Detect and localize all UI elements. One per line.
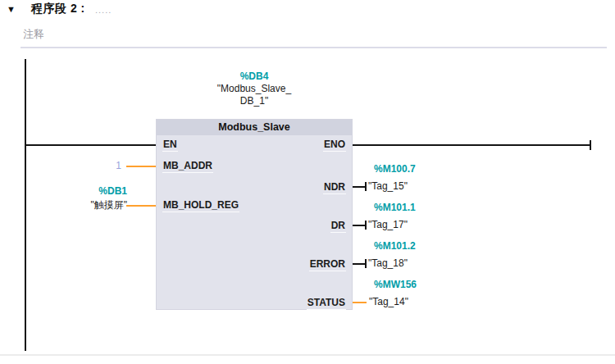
pin-dr[interactable]: DR bbox=[330, 221, 346, 233]
wire-mb-hold-reg bbox=[126, 205, 156, 207]
instance-db-name-line1: "Modbus_Slave_ bbox=[156, 83, 353, 95]
wire-error-terminator bbox=[365, 259, 367, 268]
comment-separator bbox=[20, 47, 607, 48]
instance-db-address[interactable]: %DB4 bbox=[156, 71, 353, 83]
operand-mb-hold-reg-name[interactable]: "触摸屏" bbox=[33, 198, 127, 212]
instance-db-name-line2: DB_1" bbox=[156, 95, 353, 107]
pin-mb-addr[interactable]: MB_ADDR bbox=[162, 161, 213, 173]
pin-ndr[interactable]: NDR bbox=[323, 182, 346, 194]
network-title-placeholder[interactable]: ..... bbox=[95, 5, 112, 15]
block-title[interactable]: Modbus_Slave bbox=[157, 120, 352, 135]
operand-ndr-tag[interactable]: "Tag_15" bbox=[368, 180, 408, 192]
pin-error[interactable]: ERROR bbox=[309, 259, 346, 271]
pin-status[interactable]: STATUS bbox=[307, 298, 346, 310]
instance-db-header[interactable]: %DB4 "Modbus_Slave_ DB_1" bbox=[156, 71, 353, 107]
operand-dr-tag[interactable]: "Tag_17" bbox=[368, 219, 408, 230]
wire-dr-terminator bbox=[365, 221, 367, 230]
wire-status bbox=[353, 302, 367, 303]
operand-error-address[interactable]: %M101.2 bbox=[374, 240, 416, 252]
operand-dr-address[interactable]: %M101.1 bbox=[374, 202, 416, 213]
network-bottom-separator bbox=[0, 354, 615, 356]
pin-eno[interactable]: ENO bbox=[323, 139, 346, 152]
operand-status-tag[interactable]: "Tag_14" bbox=[369, 296, 408, 307]
wire-dr bbox=[353, 225, 366, 226]
operand-ndr-address[interactable]: %M100.7 bbox=[374, 163, 416, 175]
wire-en bbox=[26, 144, 156, 146]
modbus-slave-block[interactable]: Modbus_Slave EN ENO MB_ADDR NDR MB_HOLD_… bbox=[156, 119, 353, 310]
operand-status-address[interactable]: %MW156 bbox=[374, 279, 417, 290]
operand-mb-addr-value[interactable]: 1 bbox=[74, 160, 121, 171]
wire-mb-addr bbox=[126, 166, 156, 167]
network-editor: ▼ 程序段 2 : ..... 注释 %DB4 "Modbus_Slave_ D… bbox=[0, 0, 615, 364]
power-rail bbox=[25, 59, 26, 351]
pin-en[interactable]: EN bbox=[162, 139, 178, 152]
collapse-triangle-icon[interactable]: ▼ bbox=[7, 4, 16, 14]
wire-ndr bbox=[353, 186, 366, 188]
network-comment-field[interactable]: 注释 bbox=[23, 27, 44, 42]
wire-ndr-terminator bbox=[365, 182, 367, 191]
operand-mb-hold-reg-address[interactable]: %DB1 bbox=[45, 185, 127, 197]
operand-error-tag[interactable]: "Tag_18" bbox=[368, 257, 408, 269]
wire-eno-terminator bbox=[590, 140, 591, 150]
wire-eno bbox=[353, 144, 591, 146]
network-title[interactable]: 程序段 2 : bbox=[31, 2, 85, 16]
pin-mb-hold-reg[interactable]: MB_HOLD_REG bbox=[162, 200, 239, 212]
wire-error bbox=[353, 263, 366, 265]
